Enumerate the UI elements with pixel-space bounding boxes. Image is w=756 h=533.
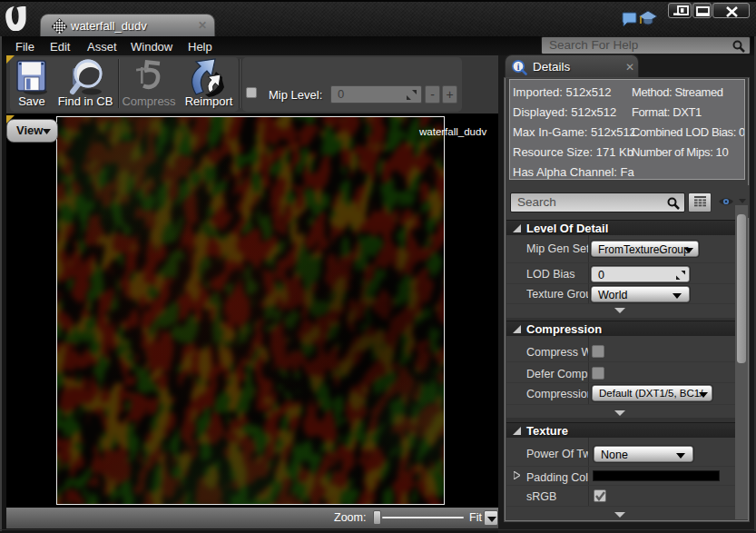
svg-text:i: i: [517, 63, 520, 72]
